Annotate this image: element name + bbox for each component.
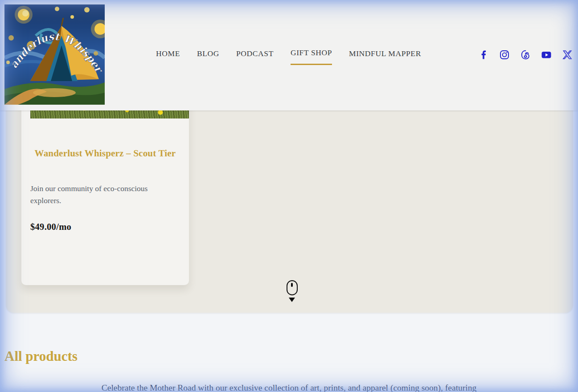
logo-starry-tent-illustration: Wanderlust Whisperz	[4, 4, 105, 105]
arrow-down-icon	[289, 298, 295, 302]
nav-blog[interactable]: BLOG	[197, 49, 219, 65]
shop-intro-text: Celebrate the Mother Road with our exclu…	[0, 382, 578, 392]
threads-icon[interactable]	[520, 49, 531, 60]
nav-podcast[interactable]: PODCAST	[236, 49, 274, 65]
x-twitter-icon[interactable]	[562, 49, 573, 60]
youtube-icon[interactable]	[541, 49, 552, 60]
nav-mindful-mapper[interactable]: MINDFUL MAPPER	[349, 49, 421, 65]
instagram-icon[interactable]	[499, 49, 510, 60]
social-links	[478, 49, 573, 60]
main-nav: HOME BLOG PODCAST GIFT SHOP MINDFUL MAPP…	[156, 48, 421, 65]
product-description: Join our community of eco-conscious expl…	[30, 183, 180, 207]
all-products-heading: All products	[4, 348, 78, 364]
mouse-icon	[287, 280, 298, 295]
mouse-wheel-icon	[291, 283, 293, 287]
site-logo[interactable]: Wanderlust Whisperz	[4, 4, 105, 105]
product-price: $49.00/mo	[30, 222, 180, 232]
site-header: Wanderlust Whisperz HOME BLOG PODCAST GI…	[0, 0, 578, 110]
nav-home[interactable]: HOME	[156, 49, 180, 65]
nav-gift-shop[interactable]: GIFT SHOP	[291, 48, 332, 65]
facebook-icon[interactable]	[478, 49, 489, 60]
scroll-down-indicator	[286, 280, 298, 302]
product-title: Wanderlust Whisperz – Scout Tier	[33, 147, 177, 159]
